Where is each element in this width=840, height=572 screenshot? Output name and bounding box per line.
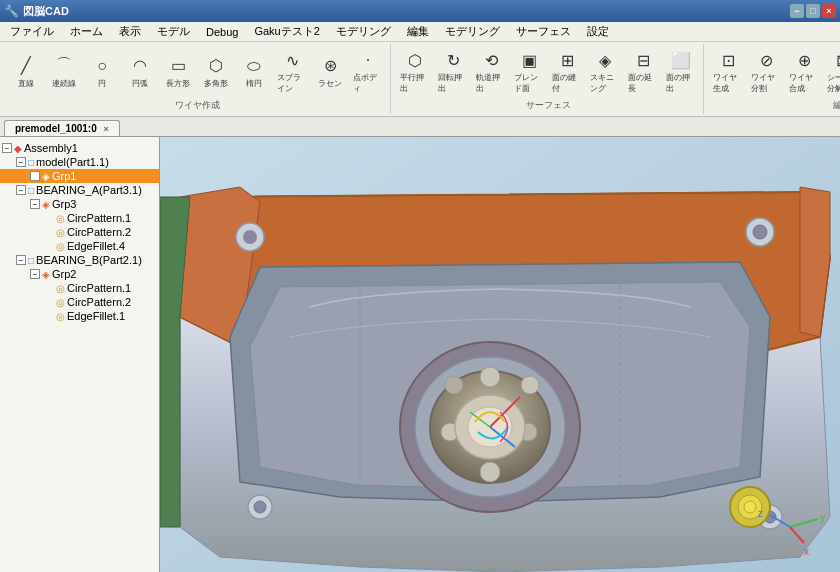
surface-btn-icon-3: ▣ [518, 49, 540, 71]
edit-btn-3[interactable]: ⊠シート分解 [824, 46, 840, 97]
tree-type-icon-0: ◆ [14, 143, 22, 154]
menu-item-1[interactable]: ホーム [62, 22, 111, 41]
wire-btn-4[interactable]: ▭長方形 [160, 46, 196, 97]
wire-btn-label-8: ラセン [318, 78, 342, 89]
tree-panel[interactable]: −◆Assembly1−□model(Part1.1)+◈Grp1−□BEARI… [0, 137, 160, 572]
tree-item-edge4[interactable]: ◎EdgeFillet.4 [0, 239, 159, 253]
wire-btn-0[interactable]: ╱直線 [8, 46, 44, 97]
surface-btn-label-2: 軌道押出 [476, 72, 506, 94]
surface-btn-7[interactable]: ⬜面の押出 [663, 46, 699, 97]
tree-type-icon-5: ◎ [56, 213, 65, 224]
tree-item-circ2[interactable]: ◎CircPattern.2 [0, 225, 159, 239]
tree-label-6: CircPattern.2 [67, 226, 131, 238]
wire-btn-icon-5: ⬡ [205, 55, 227, 77]
svg-point-25 [744, 501, 756, 513]
tab-premodel[interactable]: premodel_1001:0 × [4, 120, 120, 136]
tree-item-circ4[interactable]: ◎CircPattern.2 [0, 295, 159, 309]
expand-icon-0[interactable]: − [2, 143, 12, 153]
wire-btn-label-7: スプライン [277, 72, 307, 94]
surface-btn-label-3: ブレンド面 [514, 72, 544, 94]
surface-btn-6[interactable]: ⊟面の延長 [625, 46, 661, 97]
viewport[interactable]: y x z [160, 137, 840, 572]
menu-item-4[interactable]: Debug [198, 24, 246, 40]
expand-icon-2[interactable]: + [30, 171, 40, 181]
menu-item-7[interactable]: 編集 [399, 22, 437, 41]
wire-btn-6[interactable]: ⬭楕円 [236, 46, 272, 97]
wire-btn-9[interactable]: ·点ボディ [350, 46, 386, 97]
tree-label-7: EdgeFillet.4 [67, 240, 125, 252]
menu-item-2[interactable]: 表示 [111, 22, 149, 41]
expand-icon-3[interactable]: − [16, 185, 26, 195]
wire-btn-8[interactable]: ⊛ラセン [312, 46, 348, 97]
tree-item-model_part1[interactable]: −□model(Part1.1) [0, 155, 159, 169]
svg-point-16 [243, 230, 257, 244]
menu-item-0[interactable]: ファイル [2, 22, 62, 41]
wire-btn-5[interactable]: ⬡多角形 [198, 46, 234, 97]
tree-item-grp3[interactable]: −◈Grp3 [0, 197, 159, 211]
wire-btn-3[interactable]: ◠円弧 [122, 46, 158, 97]
expand-icon-1[interactable]: − [16, 157, 26, 167]
surface-btn-icon-6: ⊟ [632, 49, 654, 71]
tree-label-8: BEARING_B(Part2.1) [36, 254, 142, 266]
toolbar-wire-section: ╱直線⌒連続線○円◠円弧▭長方形⬡多角形⬭楕円∿スプライン⊛ラセン·点ボディ ワ… [4, 44, 391, 114]
tree-item-bearing_b[interactable]: −□BEARING_B(Part2.1) [0, 253, 159, 267]
tree-item-bearing_a[interactable]: −□BEARING_A(Part3.1) [0, 183, 159, 197]
toolbar-surface-section: ⬡平行押出↻回転押出⟲軌道押出▣ブレンド面⊞面の縫付◈スキニング⊟面の延長⬜面の… [393, 44, 704, 114]
surface-btn-1[interactable]: ↻回転押出 [435, 46, 471, 97]
menu-item-10[interactable]: 設定 [579, 22, 617, 41]
wire-btn-label-0: 直線 [18, 78, 34, 89]
tree-type-icon-6: ◎ [56, 227, 65, 238]
surface-btn-label-6: 面の延長 [628, 72, 658, 94]
wire-btn-icon-2: ○ [91, 55, 113, 77]
tree-label-10: CircPattern.1 [67, 282, 131, 294]
tree-item-grp2[interactable]: −◈Grp2 [0, 267, 159, 281]
tree-item-edge1[interactable]: ◎EdgeFillet.1 [0, 309, 159, 323]
maximize-button[interactable]: □ [806, 4, 820, 18]
tab-close-button[interactable]: × [104, 124, 109, 134]
tree-item-assembly1[interactable]: −◆Assembly1 [0, 141, 159, 155]
surface-btn-icon-0: ⬡ [404, 49, 426, 71]
tree-label-0: Assembly1 [24, 142, 78, 154]
tree-item-circ1[interactable]: ◎CircPattern.1 [0, 211, 159, 225]
edit-section-label: 編集 [833, 99, 840, 112]
minimize-button[interactable]: − [790, 4, 804, 18]
tree-item-circ3[interactable]: ◎CircPattern.1 [0, 281, 159, 295]
edit-btn-label-1: ワイヤ分割 [751, 72, 781, 94]
wire-btn-1[interactable]: ⌒連続線 [46, 46, 82, 97]
wire-btn-icon-1: ⌒ [53, 55, 75, 77]
wire-btn-icon-9: · [357, 49, 379, 71]
expand-icon-8[interactable]: − [16, 255, 26, 265]
svg-point-5 [521, 376, 539, 394]
edit-btn-0[interactable]: ⊡ワイヤ生成 [710, 46, 746, 97]
wire-btn-2[interactable]: ○円 [84, 46, 120, 97]
toolbar-area: ╱直線⌒連続線○円◠円弧▭長方形⬡多角形⬭楕円∿スプライン⊛ラセン·点ボディ ワ… [0, 42, 840, 117]
app-title: 図脳CAD [23, 4, 69, 19]
surface-btn-5[interactable]: ◈スキニング [587, 46, 623, 97]
expand-icon-4[interactable]: − [30, 199, 40, 209]
expand-icon-9[interactable]: − [30, 269, 40, 279]
svg-point-4 [480, 367, 500, 387]
surface-btn-0[interactable]: ⬡平行押出 [397, 46, 433, 97]
menu-item-6[interactable]: モデリング [328, 22, 399, 41]
close-button[interactable]: × [822, 4, 836, 18]
surface-btn-2[interactable]: ⟲軌道押出 [473, 46, 509, 97]
menu-item-3[interactable]: モデル [149, 22, 198, 41]
edit-btn-1[interactable]: ⊘ワイヤ分割 [748, 46, 784, 97]
tree-type-icon-4: ◈ [42, 199, 50, 210]
surface-btn-icon-2: ⟲ [480, 49, 502, 71]
tree-item-grp1[interactable]: +◈Grp1 [0, 169, 159, 183]
menu-item-5[interactable]: Gakuテスト2 [246, 22, 327, 41]
menu-item-9[interactable]: サーフェス [508, 22, 579, 41]
app-icon: 🔧 [4, 4, 19, 18]
surface-btn-4[interactable]: ⊞面の縫付 [549, 46, 585, 97]
wire-btn-7[interactable]: ∿スプライン [274, 46, 310, 97]
menu-item-8[interactable]: モデリング [437, 22, 508, 41]
title-bar: 🔧 図脳CAD − □ × [0, 0, 840, 22]
surface-btn-3[interactable]: ▣ブレンド面 [511, 46, 547, 97]
tree-label-1: model(Part1.1) [36, 156, 109, 168]
tree-label-4: Grp3 [52, 198, 76, 210]
svg-point-20 [254, 501, 266, 513]
svg-point-9 [445, 376, 463, 394]
edit-btn-2[interactable]: ⊕ワイヤ合成 [786, 46, 822, 97]
tree-label-9: Grp2 [52, 268, 76, 280]
